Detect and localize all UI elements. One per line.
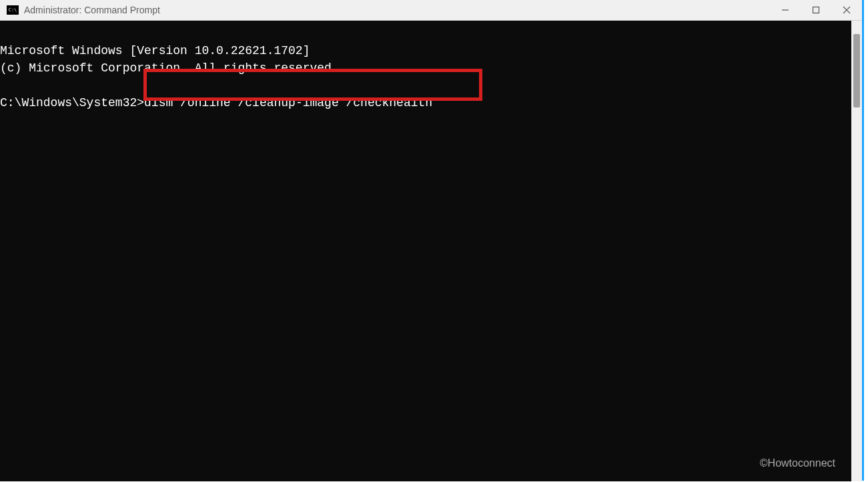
close-button[interactable]: [831, 0, 862, 20]
window-frame: Administrator: Command Prompt Microsoft …: [0, 0, 864, 481]
minimize-button[interactable]: [770, 0, 801, 20]
terminal-container: Microsoft Windows [Version 10.0.22621.17…: [0, 21, 862, 481]
scrollbar-track[interactable]: [851, 21, 862, 481]
window-controls: [770, 0, 862, 20]
maximize-icon: [812, 6, 820, 14]
terminal-line: (c) Microsoft Corporation. All rights re…: [0, 61, 339, 75]
close-icon: [843, 6, 851, 14]
prompt-row: C:\Windows\System32>dism /online /cleanu…: [0, 94, 432, 111]
window-title: Administrator: Command Prompt: [24, 5, 770, 15]
scrollbar-thumb[interactable]: [853, 34, 860, 107]
command-text: dism /online /cleanup-image /checkhealth: [144, 96, 432, 109]
terminal-line: Microsoft Windows [Version 10.0.22621.17…: [0, 44, 310, 57]
minimize-icon: [781, 6, 789, 14]
maximize-button[interactable]: [801, 0, 831, 20]
terminal[interactable]: Microsoft Windows [Version 10.0.22621.17…: [0, 21, 853, 481]
svg-rect-1: [813, 7, 819, 13]
cmd-icon: [7, 5, 19, 15]
titlebar[interactable]: Administrator: Command Prompt: [0, 0, 862, 21]
watermark: ©Howtoconnect: [760, 455, 835, 472]
prompt-path: C:\Windows\System32>: [0, 96, 144, 109]
